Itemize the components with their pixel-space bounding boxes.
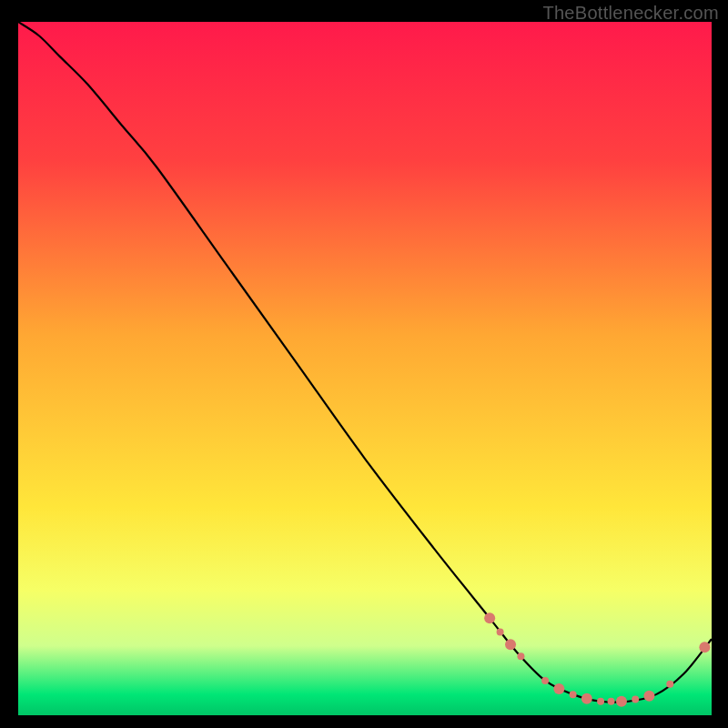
plot-area [18,22,712,715]
marker-point [570,691,577,698]
marker-point [541,677,549,684]
bottleneck-chart [18,22,712,715]
chart-frame: TheBottlenecker.com [0,0,728,728]
marker-point [616,696,627,707]
marker-point [608,698,615,705]
marker-point [699,642,710,652]
marker-point [643,691,654,702]
marker-point [505,639,516,650]
marker-point [581,693,592,704]
marker-point [497,629,504,636]
marker-point [597,698,604,705]
marker-point [632,695,639,703]
marker-point [553,683,564,694]
marker-point [666,681,673,688]
marker-point [517,652,524,660]
marker-point [484,612,495,623]
watermark-text: TheBottlenecker.com [542,3,719,24]
